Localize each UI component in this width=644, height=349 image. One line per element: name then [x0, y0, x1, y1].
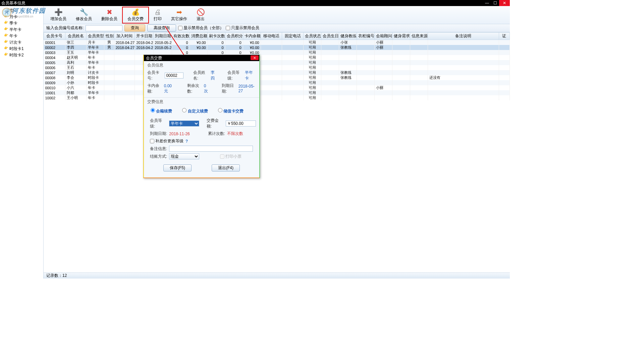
filter-input[interactable]: [86, 25, 122, 31]
close-button[interactable]: ✕: [499, 0, 510, 6]
column-header[interactable]: 消费总额: [190, 33, 207, 40]
watermark-url: www.pc0359.cn: [12, 15, 46, 18]
member-table-wrap[interactable]: 会员卡号会员姓名会员类型性别加入时间开卡日期到期日期有效次数消费总额刷卡次数会员…: [44, 32, 510, 272]
toolbar-会员交费[interactable]: 💰会员交费: [122, 7, 149, 23]
card-number-input[interactable]: [165, 72, 183, 79]
column-header[interactable]: 卡内余额: [243, 33, 261, 40]
toolbar-其它操作[interactable]: ➡其它操作: [166, 7, 192, 23]
table-row[interactable]: 00001张三月卡男2018-04-272018-04-272018-05-27…: [44, 40, 510, 45]
search-button[interactable]: 查询: [124, 24, 145, 32]
table-row[interactable]: 10001阿都半年卡000¥500.00可用: [44, 90, 510, 95]
table-row[interactable]: 00008李会时段卡000¥0.00可用张教练还没有: [44, 75, 510, 80]
amount-input[interactable]: [226, 120, 256, 127]
exit-button[interactable]: 退出(F4): [212, 164, 240, 171]
dialog-close-button[interactable]: ✕: [251, 55, 259, 60]
window-titlebar: 会员基本信息 — ☐ ✕: [0, 0, 510, 6]
column-header[interactable]: 健身教练: [339, 33, 357, 40]
expire-value: 2018-05-27: [238, 84, 256, 93]
column-header[interactable]: 证: [499, 33, 509, 40]
toolbar-icon: ➡: [175, 8, 183, 16]
column-header[interactable]: 固定电话: [282, 33, 304, 40]
column-header[interactable]: 健身需求: [392, 33, 410, 40]
member-info-section: 会员信息: [147, 62, 256, 68]
toolbar-icon: 🚫: [197, 8, 205, 16]
remain-value: 0次: [204, 84, 209, 94]
toolbar-icon: 🖨: [154, 8, 162, 16]
custom-renew-radio[interactable]: 自定义续费: [182, 108, 208, 114]
remark-input[interactable]: [169, 146, 253, 152]
price-diff-checkbox[interactable]: 补差价更换等级: [150, 138, 183, 144]
column-header[interactable]: 性别: [104, 33, 114, 40]
table-row[interactable]: 00009小孙时段卡0012¥0.00可用: [44, 80, 510, 85]
table-row[interactable]: 00006王石年卡000¥0.00可用: [44, 65, 510, 70]
tree-item[interactable]: 季卡: [0, 20, 43, 27]
watermark: 河 河东软件园 www.pc0359.cn: [2, 7, 46, 18]
dialog-title: 会员交费: [146, 55, 162, 61]
column-header[interactable]: 有效次数: [172, 33, 190, 40]
toolbar-退出[interactable]: 🚫退出: [192, 7, 209, 23]
column-header[interactable]: 会员卡号: [44, 33, 65, 40]
column-header[interactable]: 会籍顾问: [374, 33, 392, 40]
filter-bar: 输入会员编号或名称: 查询 高级查询 显示禁用会员（全部） 只显示禁用会员: [44, 24, 510, 32]
payment-info-section: 交费信息: [147, 99, 256, 105]
table-row[interactable]: 00005高利半年卡000¥0.00可用: [44, 60, 510, 65]
table-row[interactable]: 00010小六年卡008¥0.00可用小丽: [44, 85, 510, 90]
column-header[interactable]: 移动电话: [261, 33, 282, 40]
table-header-row: 会员卡号会员姓名会员类型性别加入时间开卡日期到期日期有效次数消费总额刷卡次数会员…: [44, 33, 510, 40]
count-value: 不限次数: [227, 131, 243, 137]
toolbar-icon: 🔧: [80, 8, 88, 16]
column-header[interactable]: 会员状态: [303, 33, 321, 40]
payment-method-select[interactable]: 现金: [169, 153, 199, 159]
table-row[interactable]: 00004赵天明年卡000¥0.00可用: [44, 55, 510, 60]
help-icon[interactable]: ?: [185, 139, 188, 144]
dialog-titlebar: 会员交费 ✕: [144, 55, 259, 61]
column-header[interactable]: 会员生日: [321, 33, 339, 40]
stored-card-radio[interactable]: 储值卡交费: [218, 108, 244, 114]
only-disabled-checkbox[interactable]: 只显示禁用会员: [226, 25, 259, 31]
toolbar-icon: ✖: [105, 8, 113, 16]
toolbar-打印[interactable]: 🖨打印: [149, 7, 166, 23]
sidebar-tree: 类型 月卡季卡半年卡年卡计次卡时段卡1时段卡2: [0, 6, 44, 279]
payment-dialog: 会员交费 ✕ 会员信息 会员卡号: 会员姓名: 李四 会员等级: 半年卡 卡内余…: [143, 55, 260, 178]
renew-radio[interactable]: 会籍续费: [151, 108, 172, 114]
watermark-logo-icon: 河: [2, 8, 11, 17]
minimize-button[interactable]: —: [483, 0, 491, 6]
column-header[interactable]: 会员姓名: [65, 33, 87, 40]
toolbar-增加会员[interactable]: ➕增加会员: [46, 7, 71, 23]
column-header[interactable]: 信息来源: [410, 33, 428, 40]
toolbar: ➕增加会员🔧修改会员✖删除会员💰会员交费🖨打印➡其它操作🚫退出: [44, 6, 510, 24]
tree-item[interactable]: 时段卡2: [0, 52, 43, 58]
tree-item[interactable]: 半年卡: [0, 27, 43, 33]
table-row[interactable]: 00007刘明计次卡0012¥0.00可用张教练: [44, 70, 510, 75]
column-header[interactable]: 加入时间: [114, 33, 135, 40]
balance-value: 0.00元: [164, 84, 174, 94]
show-disabled-checkbox[interactable]: 显示禁用会员（全部）: [178, 25, 224, 31]
save-button[interactable]: 保存(F5): [163, 164, 192, 171]
print-receipt-checkbox[interactable]: 打印小票: [220, 154, 241, 159]
column-header[interactable]: 备注说明: [428, 33, 499, 40]
tree-item[interactable]: 年卡: [0, 33, 43, 39]
window-title: 会员基本信息: [1, 0, 25, 6]
tree-item[interactable]: 计次卡: [0, 39, 43, 46]
member-table: 会员卡号会员姓名会员类型性别加入时间开卡日期到期日期有效次数消费总额刷卡次数会员…: [44, 32, 510, 100]
maximize-button[interactable]: ☐: [491, 0, 499, 6]
member-name-value: 李四: [211, 70, 218, 81]
level-select[interactable]: 半年卡: [169, 120, 199, 127]
advanced-search-button[interactable]: 高级查询: [147, 24, 176, 32]
table-row[interactable]: 10002王小明年卡001¥0.00可用: [44, 95, 510, 100]
toolbar-icon: ➕: [54, 8, 62, 16]
column-header[interactable]: 开卡日期: [135, 33, 153, 40]
column-header[interactable]: 会员积分: [225, 33, 243, 40]
column-header[interactable]: 衣柜编号: [357, 33, 374, 40]
toolbar-修改会员[interactable]: 🔧修改会员: [71, 7, 97, 23]
new-expire-value: 2018-11-26: [169, 132, 190, 136]
tree-item[interactable]: 时段卡1: [0, 46, 43, 52]
toolbar-icon: 💰: [131, 8, 140, 16]
toolbar-删除会员[interactable]: ✖删除会员: [97, 7, 122, 23]
table-row[interactable]: 00002李四半年卡男2018-04-272018-04-272018-05-2…: [44, 45, 510, 50]
column-header[interactable]: 会员类型: [87, 33, 104, 40]
column-header[interactable]: 刷卡次数: [207, 33, 225, 40]
status-bar: 记录数：12: [44, 272, 510, 279]
table-row[interactable]: 00003王五半年卡000¥0.00可用: [44, 50, 510, 55]
column-header[interactable]: 到期日期: [153, 33, 172, 40]
